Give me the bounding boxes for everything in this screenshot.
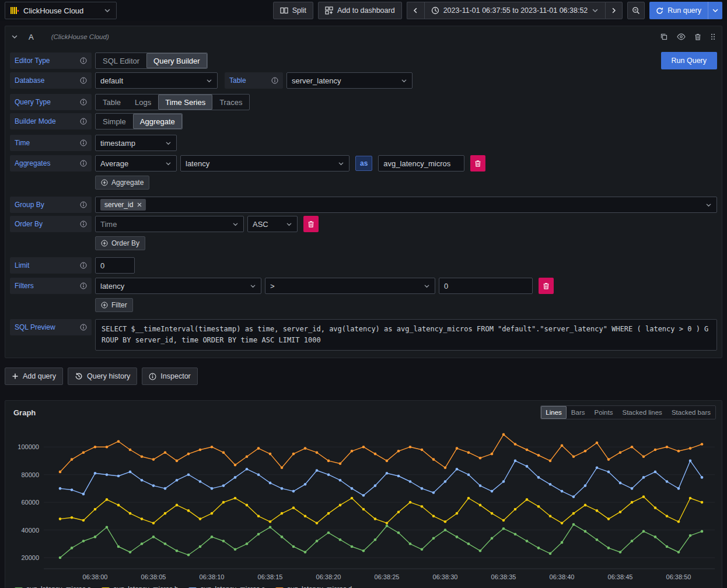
svg-text:20000: 20000 — [21, 554, 39, 561]
query-editor-header: A (ClickHouse Cloud) — [5, 26, 722, 47]
legend-item-series-c[interactable]: avg_latency_micros c — [188, 585, 265, 588]
svg-text:06:38:25: 06:38:25 — [375, 573, 400, 580]
database-select[interactable]: default — [95, 72, 218, 89]
drag-handle-icon[interactable] — [710, 33, 716, 41]
panel-run-query-button[interactable]: Run Query — [661, 52, 717, 69]
add-order-by-button[interactable]: Order By — [95, 236, 145, 250]
collapse-chevron-icon[interactable] — [11, 33, 18, 40]
graph-style-stacked-lines[interactable]: Stacked lines — [617, 406, 666, 419]
remove-order-by-button[interactable] — [303, 216, 319, 232]
aggregate-column-select[interactable]: latency — [180, 155, 349, 172]
datasource-name: ClickHouse Cloud — [23, 6, 99, 15]
filters-label: Filters — [10, 278, 92, 294]
aggregates-label: Aggregates — [10, 155, 92, 172]
info-icon[interactable] — [80, 282, 87, 289]
svg-text:100000: 100000 — [18, 444, 39, 451]
latency-time-series-chart[interactable]: 2000040000600008000010000006:38:0006:38:… — [10, 424, 718, 583]
time-column-select[interactable]: timestamp — [95, 135, 177, 151]
info-icon[interactable] — [80, 139, 87, 146]
editor-type-label: Editor Type — [10, 52, 92, 69]
info-icon[interactable] — [80, 57, 87, 64]
info-icon[interactable] — [80, 220, 87, 228]
legend-item-series-a[interactable]: avg_latency_micros a — [15, 585, 91, 588]
time-shift-forward-button[interactable] — [605, 2, 623, 19]
limit-input[interactable] — [95, 257, 135, 274]
time-shift-back-button[interactable] — [407, 2, 424, 19]
builder-mode-simple[interactable]: Simple — [96, 114, 133, 129]
svg-text:06:38:05: 06:38:05 — [141, 573, 166, 580]
filter-operator-select[interactable]: > — [265, 278, 435, 294]
svg-text:06:38:20: 06:38:20 — [316, 573, 341, 580]
query-history-button[interactable]: Query history — [68, 368, 137, 385]
time-range-picker[interactable]: 2023-11-01 06:37:55 to 2023-11-01 06:38:… — [424, 2, 606, 19]
query-editor-panel: A (ClickHouse Cloud) Editor Type — [5, 26, 722, 358]
query-type-table[interactable]: Table — [96, 94, 128, 110]
split-button[interactable]: Split — [273, 2, 313, 19]
trash-icon — [307, 220, 314, 228]
svg-text:06:38:10: 06:38:10 — [200, 573, 225, 580]
sql-preview-label: SQL Preview — [10, 319, 92, 335]
remove-tag-icon[interactable] — [137, 202, 142, 207]
builder-mode-aggregate[interactable]: Aggregate — [133, 114, 182, 129]
datasource-picker[interactable]: ClickHouse Cloud — [5, 2, 117, 19]
graph-style-lines[interactable]: Lines — [541, 406, 567, 419]
chart-legend: avg_latency_micros a avg_latency_micros … — [5, 583, 722, 588]
group-by-multiselect[interactable]: server_id — [95, 197, 717, 213]
legend-item-series-b[interactable]: avg_latency_micros b — [102, 585, 178, 588]
filter-value-input[interactable] — [439, 278, 533, 294]
add-to-dashboard-button[interactable]: Add to dashboard — [318, 2, 402, 19]
info-icon[interactable] — [80, 77, 87, 84]
info-icon[interactable] — [80, 324, 87, 331]
query-type-logs[interactable]: Logs — [128, 94, 158, 110]
chevron-down-icon — [712, 7, 719, 14]
chevron-down-icon — [286, 221, 292, 228]
filter-column-select[interactable]: latency — [95, 278, 261, 294]
graph-style-points[interactable]: Points — [590, 406, 618, 419]
add-aggregate-button[interactable]: Aggregate — [95, 176, 149, 190]
aggregate-alias-input[interactable] — [378, 155, 464, 172]
info-icon[interactable] — [271, 77, 278, 84]
add-filter-button[interactable]: Filter — [95, 298, 133, 312]
zoom-out-button[interactable] — [627, 2, 645, 19]
info-icon[interactable] — [80, 262, 87, 269]
chevron-down-icon — [592, 7, 599, 14]
graph-style-bars[interactable]: Bars — [567, 406, 590, 419]
info-icon[interactable] — [80, 160, 87, 167]
editor-type-sql-editor[interactable]: SQL Editor — [96, 53, 146, 68]
chevron-down-icon — [250, 283, 256, 289]
editor-type-query-builder[interactable]: Query Builder — [146, 53, 207, 68]
remove-aggregate-button[interactable] — [470, 155, 485, 172]
group-by-tag: server_id — [100, 199, 146, 211]
remove-query-trash-icon[interactable] — [694, 33, 701, 41]
run-query-interval-dropdown[interactable] — [708, 2, 722, 19]
trash-icon — [474, 160, 481, 167]
chevron-right-icon — [610, 7, 617, 14]
hide-query-eye-icon[interactable] — [677, 33, 686, 40]
info-icon[interactable] — [80, 118, 87, 125]
query-ref-id[interactable]: A — [29, 33, 34, 41]
run-query-button[interactable]: Run query — [649, 2, 708, 19]
legend-item-series-d[interactable]: avg_latency_micros d — [275, 585, 352, 588]
add-query-button[interactable]: Add query — [5, 368, 63, 385]
chevron-down-icon — [338, 160, 344, 167]
table-label: Table — [225, 72, 283, 89]
info-icon[interactable] — [80, 99, 87, 106]
info-icon[interactable] — [80, 201, 87, 208]
aggregate-function-select[interactable]: Average — [95, 155, 177, 172]
clickhouse-logo-icon — [11, 6, 19, 15]
query-type-traces[interactable]: Traces — [212, 94, 249, 110]
zoom-out-icon — [632, 6, 640, 15]
table-select[interactable]: server_latency — [286, 72, 413, 89]
query-type-time-series[interactable]: Time Series — [158, 94, 212, 110]
inspector-button[interactable]: Inspector — [142, 368, 197, 385]
svg-text:60000: 60000 — [21, 499, 39, 506]
query-header-actions — [660, 33, 716, 41]
graph-style-stacked-bars[interactable]: Stacked bars — [667, 406, 715, 419]
add-to-dashboard-icon — [325, 6, 333, 15]
explore-toolbar: ClickHouse Cloud Split Add to dashboard — [0, 0, 727, 21]
order-by-field-select[interactable]: Time — [95, 216, 244, 232]
chevron-down-icon — [206, 78, 212, 84]
order-by-direction-select[interactable]: ASC — [247, 216, 298, 232]
remove-filter-button[interactable] — [539, 278, 554, 294]
duplicate-query-icon[interactable] — [660, 33, 668, 41]
